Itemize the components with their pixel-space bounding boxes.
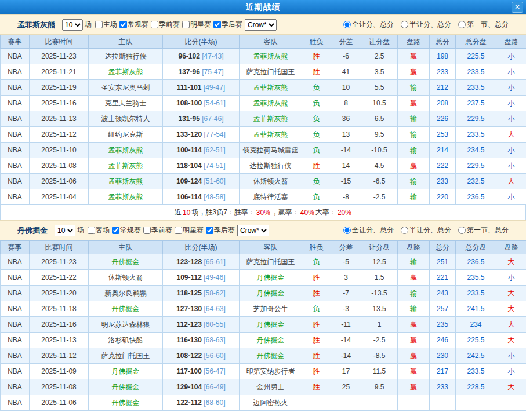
ou-result-cell: 大 — [496, 174, 526, 189]
ou-result-cell: 小 — [496, 143, 526, 158]
table-header-row: 赛事 比赛时间 主队 比分(半场) 客队 胜负 分差 让分盘 盘路 总分 总分盘… — [1, 35, 526, 49]
result-cell: 胜 — [302, 286, 331, 301]
score-cell: 108-122 [56-60] — [163, 348, 240, 364]
games-count-suffix: 场 — [85, 20, 92, 30]
table-row: NBA 2025-11-06 孟菲斯灰熊 109-124 [51-60] 休斯顿… — [1, 174, 526, 189]
home-team-cell: 孟菲斯灰熊 — [89, 158, 163, 174]
date-cell: 2025-11-12 — [30, 127, 89, 143]
result-cell: 胜 — [302, 317, 331, 333]
games-count-select[interactable]: 10 — [62, 19, 83, 31]
table-row: NBA 2025-11-08 丹佛掘金 129-104 [66-49] 金州勇士… — [1, 379, 526, 395]
score-cell: 116-130 [68-63] — [163, 333, 240, 348]
col-league: 赛事 — [1, 35, 30, 49]
radio-first-quarter-input[interactable] — [458, 21, 466, 28]
radio-half-handicap-input[interactable] — [401, 227, 408, 234]
table-row: NBA 2025-11-16 明尼苏达森林狼 112-123 [60-55] 丹… — [1, 317, 526, 333]
close-icon[interactable]: ✕ — [512, 2, 523, 13]
ou-result-cell: 小 — [496, 158, 526, 174]
diff-cell: -15 — [331, 174, 361, 189]
league-cell: NBA — [1, 49, 30, 64]
handicap-result-cell: 赢 — [398, 333, 430, 348]
handicap-cell: -2.5 — [361, 333, 398, 348]
filter-playoff-checkbox[interactable]: 季后赛 — [204, 225, 235, 235]
handicap-result-cell: 输 — [398, 301, 430, 317]
radio-full-handicap[interactable]: 全让分、总分 — [343, 20, 394, 30]
score-cell: 137-96 [75-47] — [163, 64, 240, 80]
half-score: [49-47] — [204, 83, 225, 92]
regular-checkbox-input[interactable] — [112, 227, 119, 234]
allstar-checkbox-input[interactable] — [175, 227, 182, 234]
total-cell: 221 — [430, 270, 456, 286]
nuggets-games-table: 赛事 比赛时间 主队 比分(半场) 客队 胜负 分差 让分盘 盘路 总分 总分盘… — [0, 240, 526, 411]
playoff-checkbox-input[interactable] — [206, 227, 213, 234]
home-team-cell: 丹佛掘金 — [89, 364, 163, 379]
date-cell: 2025-11-21 — [30, 64, 89, 80]
allstar-checkbox-input[interactable] — [182, 21, 190, 28]
date-cell: 2025-11-12 — [30, 348, 89, 364]
radio-half-handicap[interactable]: 半让分、总分 — [401, 20, 451, 30]
regular-checkbox-input[interactable] — [119, 21, 127, 28]
handicap-cell: 1 — [361, 317, 398, 333]
grizzlies-table-body: NBA 2025-11-23 达拉斯独行侠 96-102 [47-43] 孟菲斯… — [1, 49, 526, 205]
league-cell: NBA — [1, 301, 30, 317]
table-row: NBA 2025-11-10 孟菲斯灰熊 100-114 [62-51] 俄克拉… — [1, 143, 526, 158]
checkbox-label: 明星赛 — [190, 20, 211, 30]
radio-full-handicap[interactable]: 全让分、总分 — [343, 225, 394, 235]
table-row: NBA 2025-11-13 波士顿凯尔特人 131-95 [67-46] 孟菲… — [1, 111, 526, 127]
ou-result-cell: 小 — [496, 348, 526, 364]
filter-allstar-checkbox[interactable]: 明星赛 — [172, 225, 204, 235]
table-row: NBA 2025-11-20 新奥尔良鹈鹕 118-125 [58-62] 丹佛… — [1, 286, 526, 301]
handicap-result-cell: 输 — [398, 111, 430, 127]
total-cell: 246 — [430, 333, 456, 348]
filter-home-checkbox[interactable]: 主场 — [93, 20, 117, 30]
filter-preseason-checkbox[interactable]: 季前赛 — [141, 225, 172, 235]
radio-first-quarter[interactable]: 第一节、总分 — [458, 20, 509, 30]
radio-first-quarter[interactable]: 第一节、总分 — [458, 225, 509, 235]
result-cell: 胜 — [302, 158, 331, 174]
result-cell: 负 — [302, 127, 331, 143]
radio-full-handicap-input[interactable] — [343, 21, 351, 28]
radio-first-quarter-input[interactable] — [458, 227, 466, 234]
date-cell: 2025-11-23 — [30, 254, 89, 270]
filter-away-checkbox[interactable]: 客场 — [85, 225, 110, 235]
col-total: 总分 — [430, 35, 456, 49]
filter-regular-checkbox[interactable]: 常规赛 — [110, 225, 141, 235]
half-score: [68-63] — [204, 336, 225, 344]
games-count-select[interactable]: 10 — [55, 225, 75, 236]
playoff-checkbox-input[interactable] — [213, 21, 221, 28]
summary-text-part: 40% — [300, 209, 314, 217]
ou-result-cell: 大 — [496, 317, 526, 333]
handicap-result-cell: 赢 — [398, 270, 430, 286]
handicap-cell — [361, 395, 398, 411]
filter-playoff-checkbox[interactable]: 季后赛 — [211, 20, 242, 30]
preseason-checkbox-input[interactable] — [143, 227, 151, 234]
home-checkbox-input[interactable] — [95, 21, 103, 28]
diff-cell: 13 — [331, 127, 361, 143]
home-team-cell: 孟菲斯灰熊 — [89, 174, 163, 189]
half-score: [60-55] — [204, 320, 225, 328]
date-cell: 2025-11-13 — [30, 333, 89, 348]
filter-regular-checkbox[interactable]: 常规赛 — [117, 20, 148, 30]
total-cell: 257 — [430, 301, 456, 317]
league-cell: NBA — [1, 395, 30, 411]
col-score: 比分(半场) — [163, 35, 240, 49]
radio-label: 全让分、总分 — [352, 20, 394, 30]
radio-label: 第一节、总分 — [467, 20, 509, 30]
total-cell: 198 — [430, 49, 456, 64]
away-checkbox-input[interactable] — [88, 227, 95, 234]
total-cell — [430, 395, 456, 411]
home-team-cell: 丹佛掘金 — [89, 395, 163, 411]
filter-allstar-checkbox[interactable]: 明星赛 — [180, 20, 211, 30]
radio-half-handicap-input[interactable] — [401, 21, 408, 28]
grizzlies-team-name: 孟菲斯灰熊 — [17, 20, 55, 30]
checkbox-label: 常规赛 — [128, 20, 148, 30]
filter-preseason-checkbox[interactable]: 季前赛 — [148, 20, 180, 30]
radio-half-handicap[interactable]: 半让分、总分 — [401, 225, 451, 235]
col-total-line: 总分盘 — [456, 35, 496, 49]
away-team-cell: 迈阿密热火 — [240, 395, 302, 411]
radio-full-handicap-input[interactable] — [343, 227, 351, 234]
preseason-checkbox-input[interactable] — [151, 21, 158, 28]
odds-source-select[interactable]: Crow* — [245, 19, 277, 31]
half-score: [65-61] — [204, 258, 226, 266]
odds-source-select[interactable]: Crow* — [237, 225, 269, 236]
